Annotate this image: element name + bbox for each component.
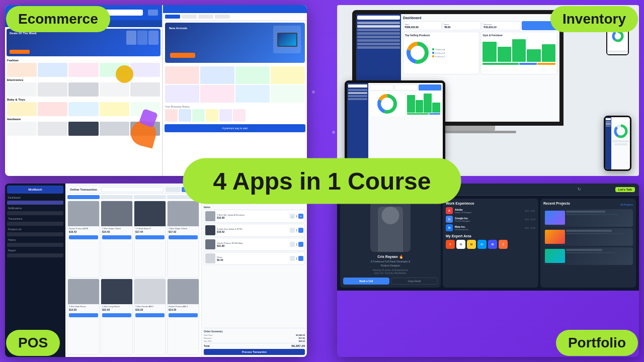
- ec2-hist-5[interactable]: [219, 109, 232, 122]
- pos-add-btn-7[interactable]: [135, 313, 165, 317]
- pos-tab-all[interactable]: [67, 195, 100, 199]
- pos-product-card-4[interactable]: T-Shirt Stripe V-Neck $17.42: [167, 201, 199, 278]
- inv-nav-3[interactable]: [357, 29, 400, 31]
- ec2-nav-kids[interactable]: [215, 15, 230, 19]
- pos-nav-products[interactable]: [7, 232, 63, 236]
- ec-elec-4[interactable]: [100, 82, 129, 97]
- pos-product-card-3[interactable]: T-T-Back Black S $17.44: [134, 201, 166, 278]
- ec-baby-2[interactable]: [38, 102, 67, 116]
- pf-meta-logo: M: [446, 224, 453, 231]
- pos-nav-history[interactable]: [7, 243, 63, 247]
- pos-section-title: Online Transaction: [70, 188, 97, 191]
- pos-qty-plus-2[interactable]: [298, 228, 303, 233]
- pf-skill-notion: N: [456, 240, 465, 249]
- pos-tab-pants[interactable]: [134, 195, 166, 199]
- pos-product-card-8[interactable]: Hoodie Portuna AM 4 $14.30: [167, 279, 199, 355]
- pos-filter-1[interactable]: [166, 187, 181, 192]
- pos-nav-report[interactable]: [7, 253, 63, 257]
- pos-tab-tshirts[interactable]: [101, 195, 133, 199]
- ec2-prod-1[interactable]: [165, 66, 199, 84]
- pos-product-card-1[interactable]: Hoodie Portuna AT98 $16.43: [67, 201, 100, 278]
- pf-plus-icon[interactable]: [595, 186, 603, 194]
- pf-person-subtitle: Product Designer: [381, 264, 400, 267]
- pf-all-projects-link[interactable]: All Projects: [620, 203, 633, 206]
- ec2-hist-6[interactable]: [233, 109, 246, 122]
- pf-book-call-btn[interactable]: Book a Call: [343, 278, 389, 285]
- pos-qty-minus-3[interactable]: [290, 242, 295, 247]
- ec-cart[interactable]: [148, 10, 158, 16]
- ec-baby-4[interactable]: [100, 102, 129, 116]
- pos-search-bar[interactable]: [101, 187, 164, 192]
- inv-nav-5[interactable]: [357, 36, 400, 38]
- pf-share-icon[interactable]: [585, 186, 593, 194]
- ec-shop-btn[interactable]: [10, 50, 30, 54]
- pf-project-1[interactable]: [543, 209, 633, 227]
- pos-add-btn-1[interactable]: [69, 235, 98, 239]
- ec2-prod-8[interactable]: [271, 85, 305, 103]
- ec2-prod-6[interactable]: [200, 85, 234, 103]
- pf-download-icon[interactable]: [605, 186, 613, 194]
- pos-qty-plus-3[interactable]: [298, 242, 303, 247]
- ec-hw-4[interactable]: [100, 122, 129, 136]
- pos-product-card-7[interactable]: T-Shirt Hoodie AM 4 $19.20: [134, 279, 166, 355]
- ec2-nav-women[interactable]: [198, 15, 213, 19]
- ec2-nav-men[interactable]: [182, 15, 197, 19]
- pos-add-btn-2[interactable]: [102, 235, 131, 239]
- ec-hw-1[interactable]: [7, 122, 37, 136]
- pos-add-btn-3[interactable]: [135, 235, 165, 239]
- ec2-prod-5[interactable]: [165, 85, 199, 103]
- ec2-nav-all[interactable]: [165, 15, 180, 19]
- ec-product-2[interactable]: [38, 63, 67, 77]
- pos-nav-dashboard[interactable]: [7, 201, 63, 205]
- ec-hw-3[interactable]: [68, 122, 98, 136]
- ec2-hist-2[interactable]: [179, 109, 191, 122]
- inv-nav-1[interactable]: [357, 22, 400, 24]
- inv-nav-4[interactable]: [357, 32, 400, 35]
- ec-hw-2[interactable]: [38, 122, 67, 136]
- ec2-hist-1[interactable]: [165, 109, 178, 122]
- ec2-hist-3[interactable]: [192, 109, 205, 122]
- pos-qty-plus-4[interactable]: [298, 256, 303, 261]
- inv-nav-8[interactable]: [357, 46, 400, 49]
- ec-elec-2[interactable]: [38, 82, 67, 97]
- pos-qty-plus-1[interactable]: +: [298, 214, 303, 219]
- ec-baby-3[interactable]: [68, 102, 98, 116]
- pos-add-btn-5[interactable]: [69, 313, 98, 317]
- pf-project-2[interactable]: [543, 228, 633, 246]
- pos-product-card-6[interactable]: 1-Shirt Long-Sleeve $22.00: [101, 279, 133, 355]
- ec2-prod-2[interactable]: [200, 66, 234, 84]
- pos-process-button[interactable]: Process Transaction: [204, 349, 305, 355]
- ec2-prod-7[interactable]: [235, 85, 270, 103]
- ec-product-5[interactable]: [130, 63, 160, 77]
- pf-cta-button[interactable]: Let's Talk: [615, 187, 635, 192]
- ec2-hist-4[interactable]: [206, 109, 218, 122]
- pos-product-card-5[interactable]: T-Shirt Dark Brown $14.00: [67, 279, 100, 355]
- inv-nav-7[interactable]: [357, 43, 400, 45]
- inv-nav-2[interactable]: [357, 25, 400, 28]
- ec-baby-1[interactable]: [7, 102, 37, 116]
- ec-elec-5[interactable]: [130, 82, 160, 97]
- pos-nav-notifications[interactable]: [7, 211, 63, 215]
- ec2-prod-4[interactable]: [271, 66, 305, 84]
- pos-add-btn-6[interactable]: [102, 313, 131, 317]
- pf-adobe-years: 2019 - 2021: [525, 210, 535, 212]
- ec2-prod-3[interactable]: [235, 66, 270, 84]
- pos-add-btn-8[interactable]: [169, 313, 198, 317]
- ec-elec-3[interactable]: [68, 82, 98, 97]
- pf-proj-1-img: [545, 211, 565, 225]
- pf-project-3[interactable]: [543, 247, 633, 265]
- pos-qty-minus-4[interactable]: [290, 256, 295, 261]
- pf-copy-email-btn[interactable]: Copy Email: [391, 278, 438, 285]
- pos-qty-minus-1[interactable]: -: [290, 214, 295, 219]
- ec-elec-1[interactable]: [7, 82, 37, 97]
- ec-product-3[interactable]: [68, 63, 98, 77]
- pf-proj-3-info: [566, 249, 631, 263]
- ec2-shop-btn[interactable]: [170, 53, 195, 58]
- ec-product-1[interactable]: [7, 63, 37, 77]
- pos-add-btn-4[interactable]: [169, 235, 198, 239]
- pos-product-card-2[interactable]: T-Shirt Stripe V-Neck $14.40: [101, 201, 133, 278]
- pf-refresh-icon[interactable]: ↻: [575, 186, 583, 194]
- inv-nav-6[interactable]: [357, 39, 400, 42]
- pos-nav-transactions[interactable]: [7, 222, 63, 226]
- pos-qty-minus-2[interactable]: [290, 228, 295, 233]
